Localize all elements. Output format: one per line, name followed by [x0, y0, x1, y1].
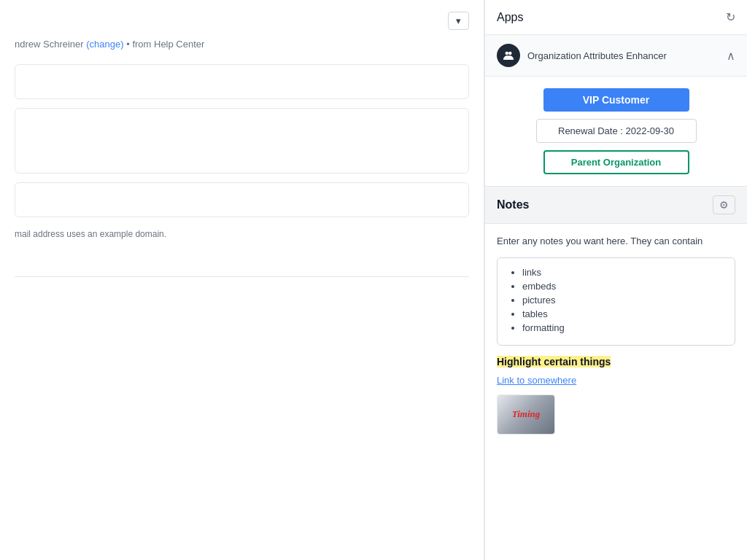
apps-header: Apps ↻ — [485, 0, 747, 35]
notes-header: Notes ⚙ — [485, 187, 747, 224]
form-field-1[interactable] — [15, 64, 469, 99]
vip-customer-button[interactable]: VIP Customer — [543, 88, 689, 112]
list-item: embeds — [522, 281, 723, 292]
notes-settings-button[interactable]: ⚙ — [713, 195, 735, 214]
form-field-4[interactable] — [15, 251, 469, 277]
renewal-date-field: Renewal Date : 2022-09-30 — [536, 119, 697, 143]
dropdown-button[interactable]: ▾ — [448, 12, 469, 30]
top-bar: ▾ — [15, 12, 469, 30]
user-name: ndrew Schreiner — [15, 39, 84, 50]
notes-list-box: links embeds pictures tables formatting — [497, 257, 735, 346]
user-info: ndrew Schreiner (change) • from Help Cen… — [15, 39, 469, 50]
notes-list: links embeds pictures tables formatting — [509, 267, 723, 333]
change-link[interactable]: (change) — [86, 39, 123, 50]
notes-intro: Enter any notes you want here. They can … — [497, 234, 735, 249]
form-field-2[interactable] — [15, 108, 469, 174]
notes-body: Enter any notes you want here. They can … — [485, 224, 747, 445]
apps-title: Apps — [497, 11, 523, 24]
image-text: Timing — [512, 408, 541, 420]
app-content: VIP Customer Renewal Date : 2022-09-30 P… — [485, 77, 747, 186]
parent-organization-button[interactable]: Parent Organization — [543, 150, 689, 174]
list-item: links — [522, 267, 723, 278]
app-icon — [497, 44, 520, 67]
svg-point-0 — [506, 52, 509, 55]
right-panel: Apps ↻ Organization Attributes Enhancer … — [484, 0, 747, 560]
chevron-up-icon[interactable]: ∧ — [727, 49, 735, 63]
app-section-header: Organization Attributes Enhancer ∧ — [485, 35, 747, 77]
app-section: Organization Attributes Enhancer ∧ VIP C… — [485, 35, 747, 187]
app-section-left: Organization Attributes Enhancer — [497, 44, 667, 67]
form-section — [15, 64, 469, 217]
user-source: • from Help Center — [126, 39, 204, 50]
notes-image: Timing — [497, 394, 555, 435]
svg-point-2 — [508, 50, 509, 52]
svg-point-1 — [508, 52, 512, 55]
notes-link[interactable]: Link to somewhere — [497, 375, 735, 386]
form-field-3[interactable] — [15, 182, 469, 217]
highlight-text: Highlight certain things — [497, 356, 611, 368]
list-item: formatting — [522, 322, 723, 333]
refresh-icon[interactable]: ↻ — [726, 10, 735, 24]
list-item: tables — [522, 308, 723, 319]
warning-text: mail address uses an example domain. — [15, 229, 469, 239]
notes-title: Notes — [497, 198, 529, 211]
list-item: pictures — [522, 295, 723, 306]
app-name: Organization Attributes Enhancer — [527, 50, 667, 61]
left-panel: ▾ ndrew Schreiner (change) • from Help C… — [0, 0, 484, 560]
notes-section: Notes ⚙ Enter any notes you want here. T… — [485, 187, 747, 560]
